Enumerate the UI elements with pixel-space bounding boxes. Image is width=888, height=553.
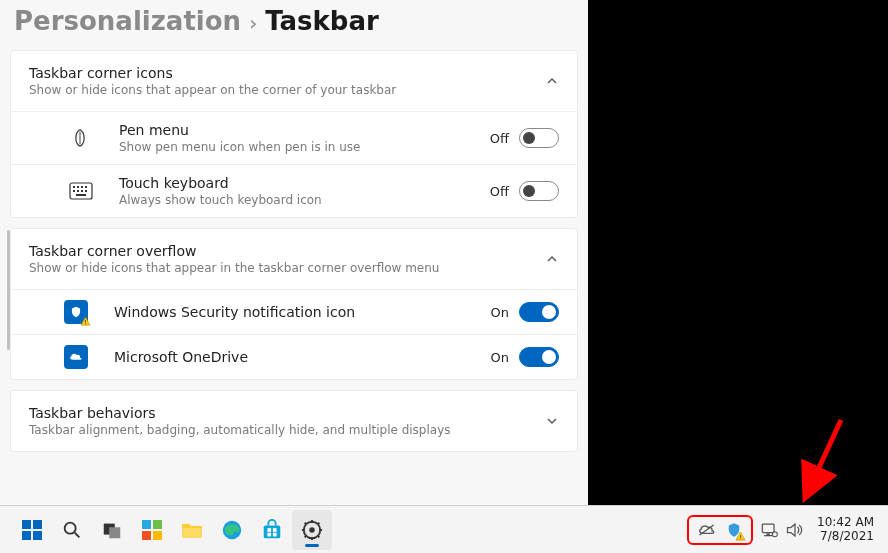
svg-rect-24 xyxy=(142,531,151,540)
row-onedrive: Microsoft OneDrive On xyxy=(11,334,577,379)
svg-rect-30 xyxy=(273,528,277,532)
clock-date: 7/8/2021 xyxy=(820,530,874,543)
edge-button[interactable] xyxy=(212,510,252,550)
section-title: Taskbar corner icons xyxy=(29,65,396,81)
svg-rect-22 xyxy=(142,520,151,529)
svg-rect-12 xyxy=(85,323,86,324)
svg-rect-48 xyxy=(764,535,772,536)
toggle-windows-security[interactable] xyxy=(519,302,559,322)
clock[interactable]: 10:42 AM 7/8/2021 xyxy=(811,516,880,542)
breadcrumb-parent[interactable]: Personalization xyxy=(14,6,241,36)
tray-overflow-highlight xyxy=(687,515,753,545)
svg-rect-3 xyxy=(77,186,79,188)
svg-rect-21 xyxy=(109,527,120,538)
row-touch-keyboard: Touch keyboard Always show touch keyboar… xyxy=(11,164,577,217)
svg-rect-28 xyxy=(264,525,281,538)
svg-rect-8 xyxy=(81,190,83,192)
svg-line-19 xyxy=(75,532,80,537)
row-subtitle: Show pen menu icon when pen is in use xyxy=(119,140,490,154)
svg-rect-17 xyxy=(33,531,42,540)
chevron-up-icon xyxy=(545,74,559,88)
start-button[interactable] xyxy=(12,510,52,550)
windows-security-tray-icon[interactable] xyxy=(725,521,743,539)
svg-rect-4 xyxy=(81,186,83,188)
page-title: Taskbar xyxy=(265,6,379,36)
file-explorer-button[interactable] xyxy=(172,510,212,550)
svg-rect-14 xyxy=(22,520,31,529)
volume-tray-icon[interactable] xyxy=(785,521,805,539)
svg-line-42 xyxy=(318,522,320,524)
taskbar-pinned xyxy=(12,510,332,550)
svg-rect-5 xyxy=(85,186,87,188)
section-title: Taskbar corner overflow xyxy=(29,243,439,259)
svg-line-13 xyxy=(811,420,841,485)
row-subtitle: Always show touch keyboard icon xyxy=(119,193,490,207)
svg-rect-6 xyxy=(73,190,75,192)
svg-rect-47 xyxy=(767,533,770,535)
row-windows-security: Windows Security notification icon On xyxy=(11,289,577,334)
search-button[interactable] xyxy=(52,510,92,550)
section-header-behaviors[interactable]: Taskbar behaviors Taskbar alignment, bad… xyxy=(11,391,577,451)
svg-point-18 xyxy=(65,522,76,533)
section-subtitle: Show or hide icons that appear in the ta… xyxy=(29,261,439,275)
breadcrumb: Personalization › Taskbar xyxy=(0,6,588,50)
toggle-pen-menu[interactable] xyxy=(519,128,559,148)
svg-rect-11 xyxy=(85,320,86,322)
onedrive-icon xyxy=(64,345,104,369)
toggle-touch-keyboard[interactable] xyxy=(519,181,559,201)
settings-button[interactable] xyxy=(292,510,332,550)
onedrive-tray-icon[interactable] xyxy=(697,523,717,537)
row-pen-menu: Pen menu Show pen menu icon when pen is … xyxy=(11,111,577,164)
taskbar-system-tray: 10:42 AM 7/8/2021 xyxy=(687,515,888,545)
toggle-state-label: On xyxy=(491,350,509,365)
network-tray-icon[interactable] xyxy=(759,521,779,539)
section-overflow: Taskbar corner overflow Show or hide ico… xyxy=(10,228,578,380)
section-title: Taskbar behaviors xyxy=(29,405,451,421)
svg-rect-2 xyxy=(73,186,75,188)
svg-line-41 xyxy=(305,535,307,537)
task-view-button[interactable] xyxy=(92,510,132,550)
scrollbar[interactable] xyxy=(7,230,10,350)
svg-rect-23 xyxy=(153,520,162,529)
section-header-overflow[interactable]: Taskbar corner overflow Show or hide ico… xyxy=(11,229,577,289)
svg-point-34 xyxy=(309,527,315,533)
svg-rect-44 xyxy=(740,535,741,537)
toggle-onedrive[interactable] xyxy=(519,347,559,367)
keyboard-icon xyxy=(69,182,109,200)
chevron-right-icon: › xyxy=(249,11,257,35)
svg-rect-15 xyxy=(33,520,42,529)
toggle-state-label: Off xyxy=(490,131,509,146)
store-button[interactable] xyxy=(252,510,292,550)
svg-rect-10 xyxy=(76,194,86,196)
svg-rect-16 xyxy=(22,531,31,540)
svg-point-49 xyxy=(772,531,777,536)
callout-arrow xyxy=(796,415,856,505)
svg-rect-7 xyxy=(77,190,79,192)
svg-rect-46 xyxy=(762,524,774,532)
section-header-corner-icons[interactable]: Taskbar corner icons Show or hide icons … xyxy=(11,51,577,111)
toggle-state-label: On xyxy=(491,305,509,320)
row-title: Pen menu xyxy=(119,122,490,138)
svg-rect-26 xyxy=(182,528,202,538)
svg-rect-32 xyxy=(273,532,277,536)
svg-rect-9 xyxy=(85,190,87,192)
section-subtitle: Taskbar alignment, badging, automaticall… xyxy=(29,423,451,437)
section-subtitle: Show or hide icons that appear on the co… xyxy=(29,83,396,97)
widgets-button[interactable] xyxy=(132,510,172,550)
section-corner-icons: Taskbar corner icons Show or hide icons … xyxy=(10,50,578,218)
toggle-state-label: Off xyxy=(490,184,509,199)
section-behaviors: Taskbar behaviors Taskbar alignment, bad… xyxy=(10,390,578,452)
svg-line-39 xyxy=(305,522,307,524)
clock-time: 10:42 AM xyxy=(817,516,874,529)
settings-content: Taskbar corner icons Show or hide icons … xyxy=(0,50,588,452)
svg-line-40 xyxy=(318,535,320,537)
row-title: Microsoft OneDrive xyxy=(114,349,491,365)
svg-rect-31 xyxy=(267,532,271,536)
chevron-up-icon xyxy=(545,252,559,266)
svg-rect-25 xyxy=(153,531,162,540)
pen-icon xyxy=(69,127,109,149)
chevron-down-icon xyxy=(545,414,559,428)
svg-rect-29 xyxy=(267,528,271,532)
settings-panel: Personalization › Taskbar Taskbar corner… xyxy=(0,0,588,505)
taskbar: 10:42 AM 7/8/2021 xyxy=(0,505,888,553)
